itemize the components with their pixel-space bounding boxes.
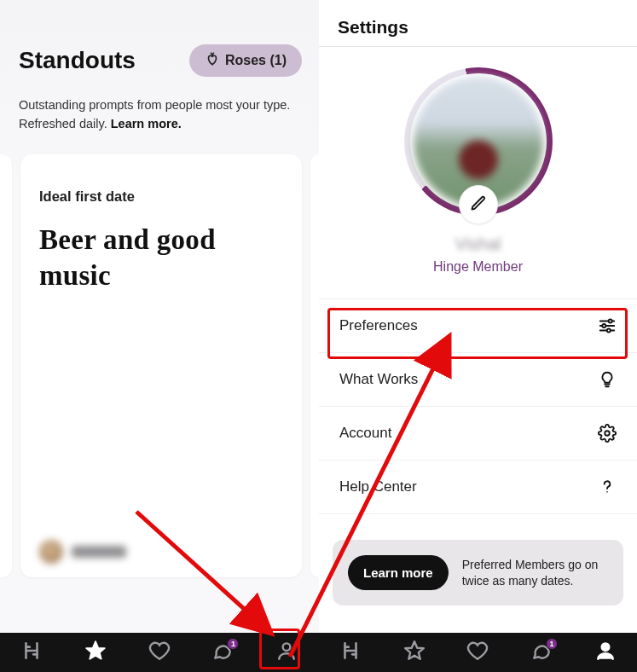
star-icon [403, 640, 426, 665]
svg-marker-8 [86, 641, 105, 659]
prompt-username [72, 546, 126, 558]
settings-row-what-works[interactable]: What Works [319, 353, 637, 407]
promo-text: Preferred Members go on twice as many da… [462, 557, 608, 589]
lightbulb-icon [598, 370, 617, 389]
settings-row-preferences[interactable]: Preferences [319, 298, 637, 353]
person-icon [275, 640, 298, 665]
standouts-title: Standouts [19, 47, 136, 74]
sliders-icon [598, 316, 617, 335]
roses-label: Roses (1) [225, 53, 287, 68]
row-label: Account [339, 425, 391, 442]
row-label: Help Center [339, 478, 417, 495]
settings-row-help-center[interactable]: Help Center [319, 461, 637, 514]
promo-learn-more-button[interactable]: Learn more [348, 555, 449, 590]
preferred-promo: Learn more Preferred Members go on twice… [333, 540, 623, 605]
prompt-answer: Beer and good music [39, 222, 283, 293]
nav-left: 1 [0, 633, 319, 672]
next-card-peek[interactable] [310, 154, 319, 577]
prev-card-peek[interactable] [0, 154, 12, 577]
standouts-screen: Standouts Roses (1) Outstanding prompts … [0, 0, 319, 672]
row-label: What Works [339, 371, 418, 388]
roses-button[interactable]: Roses (1) [189, 44, 302, 77]
heart-icon [148, 640, 171, 665]
nav-standouts[interactable] [83, 640, 108, 665]
rose-icon [205, 51, 220, 70]
nav-hinge-2[interactable] [338, 640, 363, 665]
avatar [39, 540, 63, 564]
svg-point-1 [609, 319, 612, 322]
bottom-nav: 1 1 [0, 633, 637, 672]
gear-icon [598, 424, 617, 443]
nav-right: 1 [319, 633, 638, 672]
edit-profile-button[interactable] [459, 185, 498, 224]
svg-point-5 [607, 328, 611, 332]
member-label: Hinge Member [433, 259, 523, 275]
person-icon [594, 640, 617, 665]
nav-hinge[interactable] [19, 640, 44, 665]
nav-profile-2[interactable] [593, 640, 618, 665]
prompt-label: Ideal first date [39, 188, 283, 205]
nav-standouts-2[interactable] [402, 640, 427, 665]
settings-list: Preferences What Works Account [319, 298, 637, 514]
svg-point-3 [602, 324, 605, 327]
svg-point-11 [601, 643, 609, 651]
svg-point-7 [606, 491, 608, 493]
standouts-subheading: Outstanding prompts from people most you… [0, 92, 319, 134]
nav-likes-2[interactable] [465, 640, 490, 665]
prompt-carousel[interactable]: Ideal first date Beer and good music [0, 134, 319, 577]
row-label: Preferences [339, 317, 418, 334]
profile-block: Vishal Hinge Member [319, 47, 637, 287]
standouts-header: Standouts Roses (1) [0, 0, 319, 92]
svg-marker-10 [405, 641, 424, 659]
pencil-icon [470, 194, 487, 215]
profile-photo-ring[interactable] [404, 67, 553, 216]
hinge-icon [20, 640, 43, 665]
learn-more-link[interactable]: Learn more. [111, 117, 182, 130]
settings-title: Settings [319, 0, 637, 47]
prompt-card[interactable]: Ideal first date Beer and good music [20, 154, 302, 577]
nav-badge: 1 [546, 638, 558, 650]
nav-profile[interactable] [274, 640, 299, 665]
nav-matches[interactable]: 1 [210, 640, 235, 665]
prompt-author [39, 540, 126, 564]
nav-likes[interactable] [147, 640, 172, 665]
star-icon [84, 640, 107, 665]
question-icon [598, 478, 617, 496]
settings-row-account[interactable]: Account [319, 407, 637, 461]
svg-point-6 [605, 431, 610, 436]
nav-matches-2[interactable]: 1 [529, 640, 554, 665]
profile-name: Vishal [455, 235, 501, 254]
nav-badge: 1 [227, 638, 239, 650]
svg-point-9 [283, 643, 291, 651]
hinge-icon [339, 640, 362, 665]
heart-icon [466, 640, 489, 665]
settings-screen: Settings Vishal Hinge Member Preferences [319, 0, 637, 672]
